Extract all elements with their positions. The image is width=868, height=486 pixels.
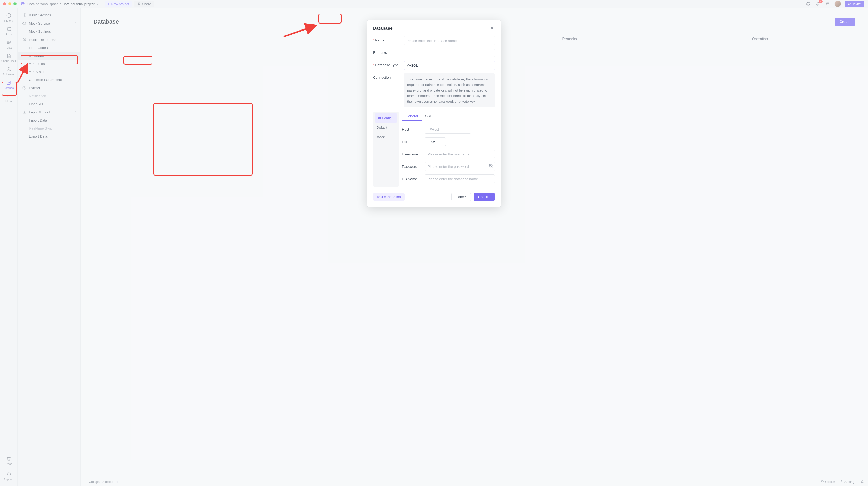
eye-slash-icon[interactable] — [489, 164, 493, 169]
confirm-button[interactable]: Confirm — [473, 193, 495, 201]
config-tabs: Dft Config Default Mock — [373, 112, 399, 187]
config-tab-mock[interactable]: Mock — [375, 133, 397, 142]
remarks-label: Remarks — [373, 51, 387, 55]
username-label: Username — [402, 152, 425, 156]
close-icon[interactable]: ✕ — [489, 25, 495, 32]
config-tab-dft[interactable]: Dft Config — [375, 113, 397, 122]
dbtype-value: MySQL — [406, 64, 418, 67]
database-modal: Database ✕ *Name Remarks *Database Type … — [367, 20, 501, 207]
password-input[interactable] — [425, 162, 495, 171]
subtab-ssh[interactable]: SSH — [422, 112, 436, 121]
chevron-down-icon: ⌄ — [490, 64, 492, 67]
username-input[interactable] — [425, 150, 495, 159]
connection-subtabs: General SSH — [402, 112, 495, 121]
port-input[interactable] — [425, 137, 446, 146]
modal-overlay: Database ✕ *Name Remarks *Database Type … — [0, 0, 868, 486]
connection-label: Connection — [373, 76, 391, 79]
host-label: Host — [402, 127, 425, 131]
connection-note: To ensure the security of the database, … — [404, 74, 495, 107]
modal-title: Database — [373, 26, 393, 31]
port-label: Port — [402, 140, 425, 144]
test-connection-button[interactable]: Test connection — [373, 193, 405, 201]
dbname-input[interactable] — [425, 174, 495, 183]
dbtype-select[interactable]: MySQL ⌄ — [404, 61, 495, 70]
dbname-label: DB Name — [402, 177, 425, 181]
config-tab-default[interactable]: Default — [375, 123, 397, 132]
name-label: Name — [375, 38, 384, 42]
dbtype-label: Database Type — [375, 63, 399, 67]
name-input[interactable] — [404, 36, 495, 45]
cancel-button[interactable]: Cancel — [451, 193, 471, 201]
host-input[interactable] — [425, 125, 471, 134]
remarks-input[interactable] — [404, 49, 495, 57]
password-label: Password — [402, 165, 425, 169]
subtab-general[interactable]: General — [402, 112, 422, 121]
